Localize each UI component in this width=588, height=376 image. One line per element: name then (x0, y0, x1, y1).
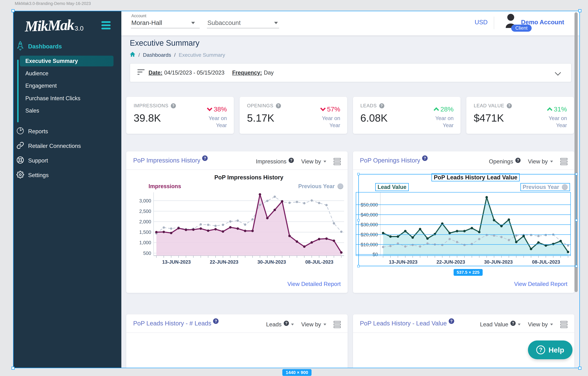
sidebar-item-support[interactable]: Support (16, 155, 48, 166)
previous-year-toggle[interactable] (337, 183, 343, 189)
frequency-filter-label: Frequency: (232, 69, 262, 76)
selection-handle[interactable] (575, 219, 578, 221)
kpi-card-lead-value: LEAD VALUE? $471K 31% Year onYear (466, 97, 574, 134)
app-frame: MikMak3.0 Dashboards Executive Summary A… (13, 11, 580, 368)
sidebar-item-engagement[interactable]: Engagement (25, 80, 57, 91)
selection-handle[interactable] (575, 265, 578, 267)
pie-chart-icon (16, 127, 24, 136)
metric-selector[interactable]: Impressions? (256, 158, 294, 165)
view-by-selector[interactable]: View by (528, 158, 553, 165)
metric-selector[interactable]: Leads? (266, 321, 294, 328)
active-section-indicator (17, 60, 19, 122)
trend-arrow-icon (434, 107, 439, 113)
previous-year-legend: Previous Year (520, 183, 570, 191)
chevron-down-icon (274, 22, 278, 24)
frame-handle[interactable] (11, 9, 15, 12)
sidebar-item-sales[interactable]: Sales (25, 105, 39, 116)
filter-bar[interactable]: Date: 04/15/2023 - 05/15/2023 Frequency:… (130, 63, 571, 82)
frame-handle[interactable] (578, 367, 581, 370)
sidebar-collapse-menu-icon[interactable] (101, 21, 111, 31)
help-tooltip-icon[interactable]: ? (276, 103, 281, 108)
selection-handle[interactable] (575, 173, 578, 175)
home-icon[interactable] (130, 52, 135, 58)
sidebar: MikMak3.0 Dashboards Executive Summary A… (13, 11, 121, 368)
help-tooltip-icon[interactable]: ? (202, 155, 208, 161)
chevron-down-icon (518, 323, 521, 325)
chart-menu-icon[interactable] (334, 320, 341, 329)
card-title[interactable]: PoP Openings History? (360, 157, 428, 164)
kpi-value: 39.8K (134, 112, 161, 124)
view-detailed-report-link[interactable]: View Detailed Report (514, 281, 567, 287)
frame-handle[interactable] (11, 367, 15, 370)
chevron-down-icon (550, 161, 553, 162)
breadcrumb-current: Executive Summary (179, 52, 225, 58)
chart-menu-icon[interactable] (560, 157, 567, 166)
vertical-scrollbar[interactable] (575, 12, 578, 292)
help-tooltip-icon[interactable]: ? (449, 318, 454, 324)
selection-handle[interactable] (357, 265, 360, 267)
main-content: Executive Summary / Dashboards / Executi… (121, 35, 580, 368)
svg-text:500: 500 (143, 251, 151, 256)
svg-text:13-JUN-2023: 13-JUN-2023 (162, 259, 191, 265)
breadcrumb-dashboards[interactable]: Dashboards (143, 52, 171, 58)
figma-frame-size-label: 1440 × 900 (282, 369, 312, 376)
chart-menu-icon[interactable] (560, 320, 567, 329)
lifebuoy-icon (16, 156, 24, 165)
card-title[interactable]: PoP Impressions History? (133, 157, 208, 164)
help-tooltip-icon[interactable]: ? (289, 158, 294, 163)
help-button[interactable]: ? Help (528, 341, 572, 359)
chart-menu-icon[interactable] (334, 157, 341, 166)
breadcrumb: / Dashboards / Executive Summary (130, 52, 225, 58)
subaccount-select[interactable]: Subaccount (207, 19, 241, 26)
date-filter-label: Date: (148, 69, 162, 76)
user-role-badge: Client (511, 25, 532, 32)
view-detailed-report-link[interactable]: View Detailed Report (287, 281, 341, 287)
view-by-selector[interactable]: View by (301, 158, 326, 165)
svg-text:30-JUN-2023: 30-JUN-2023 (484, 259, 513, 265)
chart-series-label: Lead Value (375, 183, 409, 191)
figma-frame-label[interactable]: MikMak3.0-Branding-Demo May-16-2023 (15, 1, 91, 6)
sidebar-item-audience[interactable]: Audience (25, 68, 48, 79)
trend-arrow-icon (547, 107, 552, 113)
sidebar-item-settings[interactable]: Settings (16, 170, 49, 181)
help-tooltip-icon[interactable]: ? (422, 155, 428, 161)
metric-selector[interactable]: Openings? (489, 158, 521, 165)
app-logo: MikMak3.0 (25, 17, 84, 34)
lead-value-area-chart: $0$10,000$20,000$30,000$40,000$50,00013-… (356, 191, 571, 265)
help-tooltip-icon[interactable]: ? (515, 158, 521, 163)
help-tooltip-icon[interactable]: ? (284, 321, 289, 326)
account-label: Account (131, 13, 146, 18)
sidebar-item-executive-summary[interactable]: Executive Summary (20, 56, 114, 66)
help-tooltip-icon[interactable]: ? (510, 321, 516, 326)
account-select[interactable]: Moran-Hall (131, 19, 162, 26)
selection-handle[interactable] (357, 219, 360, 221)
sidebar-item-retailer-connections[interactable]: Retailer Connections (16, 141, 81, 151)
view-by-selector[interactable]: View by (301, 321, 326, 328)
help-tooltip-icon[interactable]: ? (213, 318, 219, 324)
view-by-selector[interactable]: View by (528, 321, 553, 328)
svg-text:1,500: 1,500 (139, 229, 151, 235)
selection-handle[interactable] (357, 173, 360, 175)
frame-handle[interactable] (578, 9, 581, 12)
kpi-value: $471K (474, 112, 504, 124)
currency-selector[interactable]: USD (475, 19, 488, 26)
card-title[interactable]: PoP Leads History - # Leads? (133, 320, 219, 327)
figma-selection-size-label: 537.5 × 225 (454, 269, 483, 276)
svg-text:1,000: 1,000 (139, 240, 151, 245)
sidebar-item-reports[interactable]: Reports (16, 126, 48, 137)
help-tooltip-icon[interactable]: ? (171, 103, 176, 108)
logo-version: 3.0 (75, 25, 84, 32)
sidebar-item-dashboards[interactable]: Dashboards (16, 41, 62, 52)
sidebar-item-purchase-intent-clicks[interactable]: Purchase Intent Clicks (25, 93, 80, 104)
svg-text:22-JUN-2023: 22-JUN-2023 (210, 259, 238, 265)
metric-selector[interactable]: Lead Value? (480, 321, 521, 328)
svg-text:3,000: 3,000 (139, 198, 151, 204)
card-title[interactable]: PoP Leads History - Lead Value? (360, 320, 454, 327)
date-filter-value: 04/15/2023 - 05/15/2023 (164, 69, 224, 76)
previous-year-toggle[interactable] (562, 184, 568, 190)
help-tooltip-icon[interactable]: ? (379, 103, 384, 108)
chevron-down-icon (291, 323, 294, 325)
impressions-area-chart: 5001,0001,5002,0002,5003,00013-JUN-20232… (129, 191, 344, 265)
help-tooltip-icon[interactable]: ? (507, 103, 512, 108)
rocket-icon (16, 41, 24, 52)
